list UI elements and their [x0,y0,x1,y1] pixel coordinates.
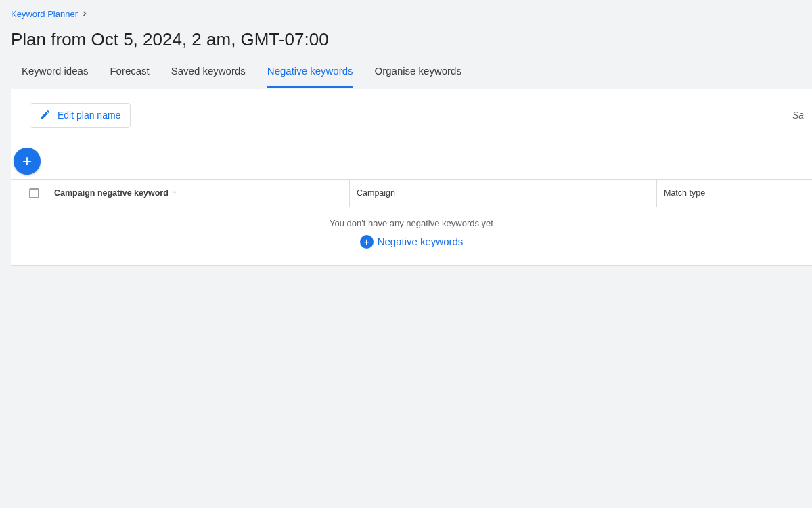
edit-plan-name-button[interactable]: Edit plan name [30,103,131,128]
pencil-icon [40,109,51,122]
tab-saved-keywords[interactable]: Saved keywords [171,62,246,88]
tab-forecast[interactable]: Forecast [110,62,149,88]
table-header-checkbox-cell [11,188,49,198]
add-negative-keyword-fab[interactable]: + [14,148,41,175]
select-all-checkbox[interactable] [29,188,39,198]
chevron-right-icon [81,9,89,20]
column-label-match-type: Match type [664,188,705,198]
tab-organise-keywords[interactable]: Organise keywords [375,62,461,88]
column-label-campaign: Campaign [357,188,395,198]
breadcrumb: Keyword Planner [11,9,89,20]
arrow-up-icon: ↑ [173,188,177,198]
tabs: Keyword ideas Forecast Saved keywords Ne… [11,62,812,89]
fab-row: + [11,142,812,180]
edit-plan-name-label: Edit plan name [58,110,120,121]
page-title: Plan from Oct 5, 2024, 2 am, GMT-07:00 [11,29,812,50]
plus-circle-icon: + [360,235,374,249]
table-header-match-type[interactable]: Match type [656,180,812,207]
table-header: Campaign negative keyword ↑ Campaign Mat… [11,180,812,207]
tab-negative-keywords[interactable]: Negative keywords [267,62,353,88]
empty-state: You don't have any negative keywords yet… [11,207,812,266]
column-label-campaign-negative-keyword: Campaign negative keyword [54,188,168,198]
content-card: Edit plan name Sa + Campaign negative ke… [11,89,812,266]
table-header-campaign-negative-keyword[interactable]: Campaign negative keyword ↑ [49,188,349,198]
add-negative-keywords-button[interactable]: + Negative keywords [360,235,464,249]
card-header: Edit plan name Sa [11,89,812,142]
breadcrumb-link-keyword-planner[interactable]: Keyword Planner [11,9,78,19]
table-header-campaign[interactable]: Campaign [349,180,656,207]
tab-keyword-ideas[interactable]: Keyword ideas [22,62,88,88]
header-right-hint: Sa [792,110,804,121]
add-negative-keywords-label: Negative keywords [378,236,464,247]
empty-state-message: You don't have any negative keywords yet [11,218,812,228]
plus-icon: + [22,152,32,171]
